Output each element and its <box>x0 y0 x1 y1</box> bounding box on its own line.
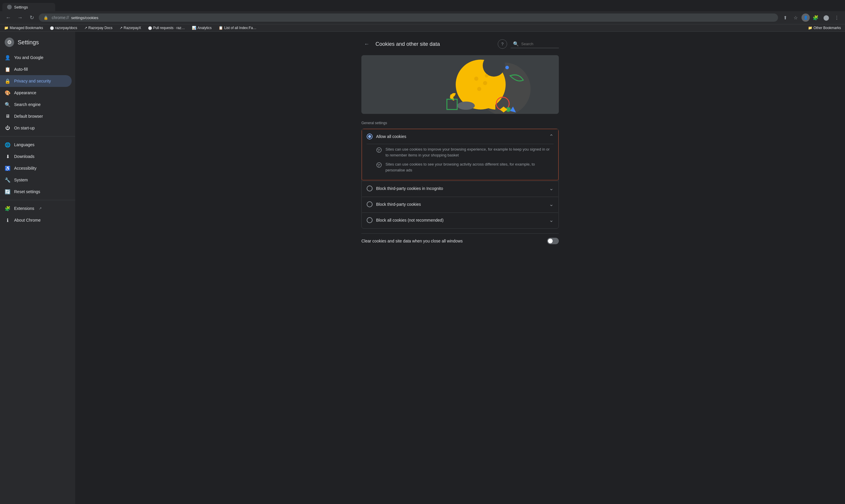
back-button[interactable]: ← <box>361 39 372 49</box>
sidebar-item-system[interactable]: 🔧 System <box>0 174 72 186</box>
svg-point-4 <box>474 77 478 81</box>
bookmark-label: Analytics <box>197 26 211 30</box>
bookmark-managed[interactable]: 📁 Managed Bookmarks <box>2 25 45 31</box>
chrome-icon[interactable]: ⬤ <box>822 13 831 22</box>
radio-label-allow-all: Allow all cookies <box>376 134 549 139</box>
page-title: Cookies and other site data <box>376 41 440 47</box>
svg-point-17 <box>379 149 380 150</box>
menu-icon[interactable]: ⋮ <box>832 13 842 22</box>
bookmark-label: razorpay/docs <box>55 26 77 30</box>
sidebar-item-reset-settings[interactable]: 🔄 Reset settings <box>0 186 72 198</box>
reset-icon: 🔄 <box>5 189 11 195</box>
page-header-right: ? 🔍 <box>498 39 559 49</box>
page-search[interactable]: 🔍 <box>511 40 559 48</box>
svg-point-18 <box>378 150 379 151</box>
radio-option-block-all: Block all cookies (not recommended) ⌄ <box>362 213 558 228</box>
radio-option-block-incognito-header[interactable]: Block third-party cookies in Incognito ⌄ <box>362 181 558 196</box>
profile-icon[interactable]: 👤 <box>801 14 810 22</box>
chevron-down-icon[interactable]: ⌄ <box>549 185 554 192</box>
chevron-down-icon-2[interactable]: ⌄ <box>549 201 554 208</box>
cookie-illustration <box>361 55 559 114</box>
radio-btn-allow-all[interactable] <box>367 133 373 140</box>
radio-btn-block-all[interactable] <box>367 217 373 223</box>
github-icon: ⬤ <box>148 26 152 30</box>
sidebar-item-you-google[interactable]: 👤 You and Google <box>0 52 72 64</box>
sidebar-item-languages[interactable]: 🌐 Languages <box>0 139 72 150</box>
bookmark-icon[interactable]: ☆ <box>791 13 800 22</box>
sidebar-item-search-engine[interactable]: 🔍 Search engine <box>0 98 72 110</box>
radio-option-block-incognito: Block third-party cookies in Incognito ⌄ <box>362 181 558 196</box>
bookmarks-bar: 📁 Managed Bookmarks ⬤ razorpay/docs ↗ Ra… <box>0 24 845 32</box>
sidebar-header: ⚙ Settings <box>0 34 75 52</box>
radio-option-block-all-header[interactable]: Block all cookies (not recommended) ⌄ <box>362 213 558 228</box>
cookie-detail-2: Sites can use cookies to see your browsi… <box>376 161 554 173</box>
cookie-options-list: Allow all cookies ⌃ <box>361 129 559 229</box>
forward-button[interactable]: → <box>15 13 25 22</box>
radio-option-block-third-party-header[interactable]: Block third-party cookies ⌄ <box>362 197 558 212</box>
sidebar-item-label: On start-up <box>14 126 35 130</box>
address-bar[interactable]: 🔒 chrome:// settings/cookies <box>39 14 778 22</box>
sidebar-item-label: Auto-fill <box>14 67 28 72</box>
svg-point-19 <box>377 163 381 167</box>
shield-icon: 🔒 <box>5 78 11 84</box>
back-button[interactable]: ← <box>3 13 13 22</box>
github-icon: ⬤ <box>50 26 54 30</box>
sidebar-item-about-chrome[interactable]: ℹ About Chrome <box>0 214 72 226</box>
settings-title: Settings <box>18 39 39 46</box>
extension-icon-puzzle[interactable]: 🧩 <box>811 13 820 22</box>
tab-favicon <box>7 5 12 10</box>
sidebar-item-privacy-security[interactable]: 🔒 Privacy and security <box>0 75 72 87</box>
downloads-icon: ⬇ <box>5 154 11 159</box>
sidebar-item-on-startup[interactable]: ⏻ On start-up <box>0 122 72 134</box>
sidebar-item-label: Reset settings <box>14 189 40 194</box>
section-label: General settings <box>361 121 559 125</box>
reload-button[interactable]: ↻ <box>27 13 36 22</box>
page-search-input[interactable] <box>521 42 556 46</box>
address-bar-row: ← → ↻ 🔒 chrome:// settings/cookies ⬆ ☆ 👤… <box>0 11 845 24</box>
tab-title: Settings <box>14 5 28 10</box>
arrow-icon: ↗ <box>84 26 87 30</box>
bookmark-index[interactable]: 📋 List of all Index:Fa… <box>217 25 258 31</box>
content-area: ← Cookies and other site data ? 🔍 <box>75 32 845 504</box>
extensions-icon: 🧩 <box>5 205 11 211</box>
sidebar-item-downloads[interactable]: ⬇ Downloads <box>0 150 72 162</box>
sidebar-item-label: Accessibility <box>14 166 36 170</box>
bookmark-pull-requests[interactable]: ⬤ Pull requests · raz… <box>146 25 187 31</box>
radio-option-allow-all-header[interactable]: Allow all cookies ⌃ <box>362 129 558 144</box>
active-tab[interactable]: Settings <box>2 3 55 11</box>
share-icon[interactable]: ⬆ <box>780 13 790 22</box>
cookie-icon-1 <box>376 147 382 153</box>
sidebar-item-extensions[interactable]: 🧩 Extensions ↗ <box>0 202 72 214</box>
bookmark-razorpay-docs[interactable]: ⬤ razorpay/docs <box>48 25 79 31</box>
sidebar-item-label: You and Google <box>14 55 44 60</box>
bookmark-razorpayx[interactable]: ↗ RazorpayX <box>118 25 143 31</box>
radio-btn-block-third-party[interactable] <box>367 201 373 207</box>
chevron-up-icon[interactable]: ⌃ <box>549 133 554 140</box>
sidebar: ⚙ Settings 👤 You and Google 📋 Auto-fill … <box>0 32 75 504</box>
page-header-left: ← Cookies and other site data <box>361 39 440 49</box>
main-area: ⚙ Settings 👤 You and Google 📋 Auto-fill … <box>0 32 845 504</box>
sidebar-item-accessibility[interactable]: ♿ Accessibility <box>0 162 72 174</box>
startup-icon: ⏻ <box>5 125 11 131</box>
help-icon[interactable]: ? <box>498 39 507 49</box>
lock-icon: 🔒 <box>44 16 48 20</box>
table-icon: 📋 <box>219 26 223 30</box>
bookmark-analytics[interactable]: 📊 Analytics <box>190 25 213 31</box>
search-icon: 🔍 <box>513 41 519 47</box>
tab-bar: Settings <box>0 0 845 11</box>
sidebar-item-label: Default browser <box>14 114 43 119</box>
svg-rect-14 <box>447 99 457 109</box>
svg-point-9 <box>457 102 475 110</box>
cookie-svg <box>361 55 559 114</box>
bookmark-other[interactable]: 📁 Other Bookmarks <box>806 25 843 31</box>
bookmark-razorpay-docs2[interactable]: ↗ Razorpay Docs <box>83 25 114 31</box>
sidebar-item-autofill[interactable]: 📋 Auto-fill <box>0 64 72 75</box>
chevron-down-icon-3[interactable]: ⌄ <box>549 217 554 223</box>
sidebar-item-appearance[interactable]: 🎨 Appearance <box>0 87 72 98</box>
clear-cookies-toggle[interactable] <box>547 238 559 244</box>
sidebar-item-default-browser[interactable]: 🖥 Default browser <box>0 110 72 122</box>
browser-icon: 🖥 <box>5 113 11 119</box>
sidebar-item-label: Appearance <box>14 90 36 95</box>
radio-btn-block-incognito[interactable] <box>367 185 373 192</box>
sidebar-item-label: About Chrome <box>14 218 40 222</box>
